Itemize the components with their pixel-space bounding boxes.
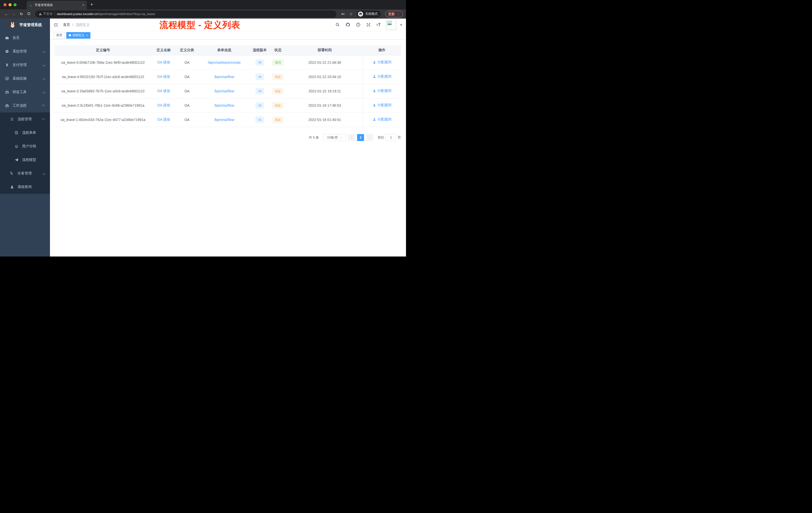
update-button[interactable]: 更新 ⋮ [385, 11, 403, 17]
bookmark-star-icon[interactable]: ☆ [349, 11, 353, 16]
browser-tab[interactable]: 芋道管理系统 × [27, 1, 87, 9]
sidebar-item-devtools[interactable]: 研发工具 [0, 85, 50, 99]
version-tag: v5 [256, 59, 264, 65]
sidebar: 芋道管理系统 首页系统管理支付管理基础设施研发工具工作流程流程管理流程表单用户分… [0, 19, 50, 256]
cell-definition-category: OA [176, 84, 198, 98]
window-zoom-button[interactable] [13, 3, 17, 6]
definition-name-link[interactable]: OA 请假 [157, 60, 170, 64]
sidebar-item-process-mgmt[interactable]: 流程管理 [0, 113, 50, 126]
chevron-down-icon [43, 50, 46, 53]
prev-page-button[interactable]: ‹ [348, 134, 355, 141]
help-icon[interactable] [356, 22, 360, 27]
assign-rule-button[interactable]: 分配规则 [373, 103, 392, 108]
sidebar-item-task-mgmt[interactable]: 任务管理 [0, 167, 50, 180]
tab-close-icon[interactable]: × [82, 3, 84, 7]
fullscreen-icon[interactable] [366, 22, 371, 27]
cell-deploy-time: 2022-01-22 20:34:10 [287, 69, 363, 84]
form-info-link[interactable]: /bpm/oa/flow [214, 118, 234, 122]
form-info-link[interactable]: /bpm/oa/flow [214, 89, 234, 93]
assign-rule-label: 分配规则 [377, 60, 392, 64]
definition-name-link[interactable]: OA 请假 [157, 117, 170, 121]
tag-process-definition[interactable]: 流程定义 × [66, 32, 90, 39]
cell-definition-id: oa_leave:3:1fad3d93-7b75-11ec-a3c8-acde4… [55, 84, 151, 98]
home-icon[interactable] [26, 11, 32, 16]
cell-definition-category: OA [176, 113, 198, 127]
tree-icon [10, 172, 14, 175]
window-minimize-button[interactable] [8, 3, 11, 6]
sidebar-item-home[interactable]: 首页 [0, 31, 50, 45]
form-info-link[interactable]: /bpm/oa/leave/create [208, 60, 241, 64]
cell-definition-id: oa_leave:5:004b710b-7b8a-11ec-8ef0-acde4… [55, 55, 151, 69]
cell-deploy-time: 2022-01-22 19:19:11 [287, 84, 363, 98]
favicon-sprout-icon [29, 3, 33, 7]
sidebar-item-user-group[interactable]: 用户分组 [0, 140, 50, 153]
assign-rule-button[interactable]: 分配规则 [373, 89, 392, 93]
back-icon[interactable]: ← [3, 12, 9, 16]
new-tab-button[interactable]: + [90, 2, 93, 7]
toolbox-icon [5, 90, 9, 94]
person-icon [10, 185, 14, 189]
sidebar-item-leave-query[interactable]: 请假查询 [0, 180, 50, 194]
font-size-icon[interactable]: TT [376, 23, 381, 27]
sidebar-item-system[interactable]: 系统管理 [0, 45, 50, 58]
form-info-link[interactable]: /bpm/oa/flow [214, 75, 234, 79]
security-warning[interactable]: 不安全 [39, 12, 53, 16]
next-page-button[interactable]: › [366, 134, 373, 141]
sidebar-item-infra[interactable]: 基础设施 [0, 72, 50, 85]
sidebar-item-payment[interactable]: 支付管理 [0, 58, 50, 72]
goto-label: 前往 [378, 135, 384, 140]
tag-home[interactable]: 首页 [54, 32, 65, 39]
col-status: 状态 [269, 45, 287, 55]
version-tag: v3 [256, 88, 264, 94]
url-text: dashboard.yudao.iocoder.cn/bpm/manager/d… [57, 12, 155, 16]
assign-rule-button[interactable]: 分配规则 [373, 74, 392, 79]
sidebar-item-process-model[interactable]: 流程模型 [0, 153, 50, 167]
form-info-link[interactable]: /bpm/oa/flow [214, 103, 234, 108]
sidebar-item-label: 流程表单 [22, 130, 45, 135]
sidebar-item-process-form[interactable]: 流程表单 [0, 126, 50, 140]
breadcrumb-home[interactable]: 首页 [63, 23, 70, 27]
assign-rule-button[interactable]: 分配规则 [373, 117, 392, 122]
cell-definition-category: OA [176, 55, 198, 69]
key-icon[interactable] [341, 12, 345, 16]
sidebar-logo-row[interactable]: 芋道管理系统 [0, 19, 50, 31]
cell-deploy-time: 2022-01-16 17:46:53 [287, 98, 363, 113]
definition-name-link[interactable]: OA 请假 [157, 103, 170, 107]
yen-icon [5, 63, 9, 67]
search-icon[interactable] [335, 22, 340, 27]
tag-close-icon[interactable]: × [86, 34, 88, 37]
avatar[interactable] [386, 20, 396, 30]
window-close-button[interactable] [3, 3, 6, 6]
definition-name-link[interactable]: OA 请假 [157, 89, 170, 93]
status-tag: 激活 [272, 59, 284, 65]
gear-icon [5, 50, 9, 54]
sidebar-collapse-icon[interactable] [54, 22, 58, 27]
sidebar-menu: 首页系统管理支付管理基础设施研发工具工作流程流程管理流程表单用户分组流程模型任务… [0, 31, 50, 194]
incognito-icon [358, 11, 363, 17]
page-1-button[interactable]: 1 [357, 134, 364, 141]
definition-name-link[interactable]: OA 请假 [157, 74, 170, 79]
logo-avatar [8, 22, 17, 28]
annotation-title: 流程模型 - 定义列表 [160, 19, 240, 31]
browser-menu-dots-icon[interactable]: ⋮ [397, 12, 400, 16]
app-title: 芋道管理系统 [19, 23, 42, 27]
sidebar-item-label: 任务管理 [18, 171, 43, 176]
cell-definition-id: oa_leave:2:3c1f0ef1-76b1-11ec-9c66-a2380… [55, 98, 151, 113]
list-icon [10, 117, 14, 121]
avatar-caret-icon[interactable]: ▼ [400, 23, 403, 26]
reload-icon[interactable]: ↻ [18, 12, 25, 16]
sidebar-item-label: 请假查询 [18, 185, 45, 189]
assign-rule-label: 分配规则 [377, 117, 392, 122]
assign-rule-button[interactable]: 分配规则 [373, 60, 392, 64]
update-label: 更新 [388, 12, 395, 16]
paper-plane-icon [14, 158, 19, 162]
goto-page-input[interactable] [386, 134, 396, 141]
page-size-select[interactable]: 10条/页 [323, 134, 346, 141]
cell-definition-id: oa_leave:1:482ec033-762a-11ec-8477-a2380… [55, 113, 151, 127]
forward-icon[interactable]: → [10, 12, 17, 16]
url-bar[interactable]: 不安全 dashboard.yudao.iocoder.cn/bpm/manag… [35, 10, 337, 18]
sidebar-item-label: 系统管理 [12, 49, 43, 54]
sidebar-item-workflow[interactable]: 工作流程 [0, 99, 50, 113]
sidebar-item-label: 首页 [12, 36, 45, 40]
github-icon[interactable] [346, 22, 350, 27]
